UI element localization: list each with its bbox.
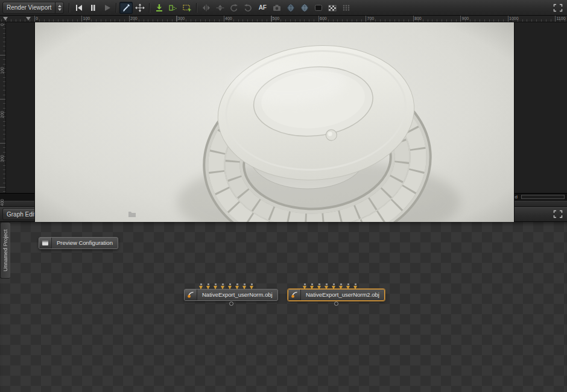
resume-render-button[interactable] <box>100 2 113 14</box>
background-color-button[interactable] <box>312 2 325 14</box>
subsampling-button[interactable] <box>340 2 353 14</box>
environment-button[interactable] <box>284 2 297 14</box>
input-pin[interactable] <box>199 283 203 289</box>
globe-icon <box>286 4 296 12</box>
horizontal-ruler: 010020030040050060070080090010001100 <box>0 16 567 22</box>
input-pin[interactable] <box>332 283 335 289</box>
mesh-icon <box>288 289 301 300</box>
input-pin[interactable] <box>353 283 357 289</box>
input-pin[interactable] <box>317 283 321 289</box>
rotate-ccw-icon <box>229 4 239 12</box>
ruler-label: 0 <box>0 24 4 26</box>
input-pin[interactable] <box>242 283 246 289</box>
camera-icon <box>272 4 282 12</box>
save-render-button[interactable] <box>153 2 166 14</box>
crosshair-arrows-icon <box>135 4 145 12</box>
rotate-cw-icon <box>243 4 253 12</box>
pause-render-button[interactable] <box>86 2 100 14</box>
folder-icon <box>127 210 137 218</box>
ruler-label: 600 <box>318 16 366 22</box>
input-pins <box>199 283 253 289</box>
flip-horizontal-button[interactable] <box>200 2 213 14</box>
pick-material-tool[interactable] <box>119 2 133 14</box>
graph-canvas[interactable]: Unnamed Project Preview Configuration Na… <box>0 222 567 392</box>
dots-grid-icon <box>341 4 351 12</box>
maximize-viewport-button[interactable] <box>551 2 565 14</box>
render-region-tool[interactable] <box>180 2 194 14</box>
flip-vertical-button[interactable] <box>214 2 227 14</box>
watch-render-image <box>35 22 514 250</box>
input-pin[interactable] <box>339 283 343 289</box>
input-pin[interactable] <box>235 283 239 289</box>
checkerboard-icon <box>328 4 337 12</box>
ruler-label: 200 <box>0 111 4 118</box>
ruler-label: 500 <box>271 16 319 22</box>
ruler-label: 400 <box>0 199 4 206</box>
render-canvas[interactable] <box>35 22 514 250</box>
color-swatch-icon <box>314 4 323 12</box>
input-pin[interactable] <box>228 283 232 289</box>
copy-arrow-icon <box>168 4 178 12</box>
node-preview-configuration[interactable]: Preview Configuration <box>39 237 118 249</box>
input-pin[interactable] <box>214 283 217 289</box>
visible-environment-button[interactable] <box>298 2 311 14</box>
node-label: NativeExport_userNorm.obj <box>197 289 277 300</box>
rotate-ccw-button[interactable] <box>227 2 241 14</box>
alpha-channel-button[interactable] <box>326 2 339 14</box>
ruler-labels: 010020030040050060070080090010001100 <box>34 16 567 22</box>
memory-progress-frame <box>521 195 565 199</box>
maximize-graph-button[interactable] <box>551 208 565 220</box>
node-mesh-usernorm[interactable]: NativeExport_userNorm.obj <box>184 289 278 301</box>
viewport-selector-label: Render Viewport <box>3 4 55 11</box>
render-viewport-toolbar: Render Viewport AF <box>0 0 567 16</box>
flip-vertical-icon <box>215 4 225 12</box>
ruler-label: 200 <box>129 16 177 22</box>
ruler-label: 100 <box>0 67 4 74</box>
input-pin[interactable] <box>250 283 253 289</box>
project-tab[interactable]: Unnamed Project <box>0 222 10 279</box>
combo-arrows-icon <box>55 2 63 13</box>
vertical-ruler: 0100200300400500 <box>0 22 6 193</box>
import-button[interactable] <box>125 208 139 220</box>
pick-focus-tool[interactable] <box>133 2 147 14</box>
play-icon <box>102 4 112 12</box>
output-pin[interactable] <box>229 302 233 306</box>
ruler-marker-icon <box>3 17 8 21</box>
ruler-label: 100 <box>82 16 130 22</box>
expand-icon <box>553 210 563 218</box>
rotate-cw-button[interactable] <box>241 2 255 14</box>
save-arrow-icon <box>154 4 164 12</box>
globe2-icon <box>300 4 309 12</box>
flip-horizontal-icon <box>201 4 211 12</box>
input-pins <box>303 283 357 289</box>
mesh-icon <box>185 289 197 300</box>
toolbar-separator <box>116 3 117 13</box>
viewport-selector[interactable]: Render Viewport <box>2 2 64 14</box>
input-pin[interactable] <box>303 283 306 289</box>
restart-render-button[interactable] <box>72 2 86 14</box>
input-pin[interactable] <box>310 283 314 289</box>
node-label: NativeExport_userNorm2.obj <box>301 289 384 300</box>
camera-view-button[interactable] <box>270 2 284 14</box>
input-pin[interactable] <box>325 283 328 289</box>
ruler-label: 0 <box>34 16 82 22</box>
input-pin[interactable] <box>221 283 224 289</box>
node-label: Preview Configuration <box>52 238 118 248</box>
eyedropper-icon <box>121 4 131 12</box>
copy-render-button[interactable] <box>166 2 180 14</box>
node-mesh-usernorm2[interactable]: NativeExport_userNorm2.obj <box>288 289 385 301</box>
toolbar-separator <box>196 3 197 13</box>
region-select-icon <box>182 4 192 12</box>
ruler-label: 900 <box>461 16 508 22</box>
input-pin[interactable] <box>346 283 350 289</box>
expand-icon <box>553 4 563 12</box>
skip-to-start-icon <box>74 4 84 12</box>
toolbar-separator <box>69 3 70 13</box>
ruler-label: 300 <box>0 155 4 162</box>
autofocus-button[interactable]: AF <box>255 2 270 14</box>
output-pin[interactable] <box>334 302 338 306</box>
ruler-label: 1100 <box>556 16 567 22</box>
preview-config-icon <box>39 238 52 248</box>
input-pin[interactable] <box>206 283 210 289</box>
ruler-label: 300 <box>177 16 224 22</box>
